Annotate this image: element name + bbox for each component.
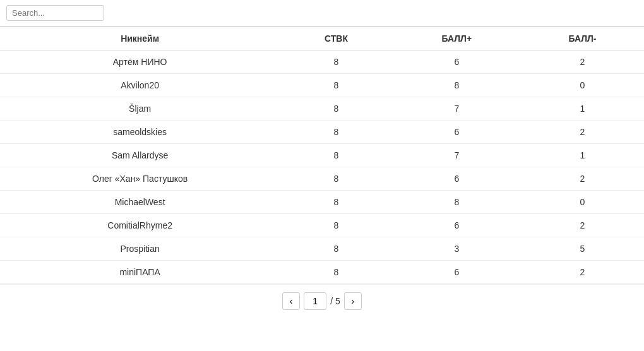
cell-plus: 6 (393, 214, 521, 237)
cell-nickname: Šljam (0, 97, 280, 121)
cell-plus: 6 (393, 261, 521, 284)
cell-nickname: Sam Allardyse (0, 144, 280, 167)
cell-minus: 0 (521, 74, 644, 97)
table-row: sameoldskies862 (0, 121, 644, 144)
cell-plus: 8 (393, 191, 521, 214)
table-row: Артём НИНО862 (0, 51, 644, 74)
cell-nickname: Akvilon20 (0, 74, 280, 97)
cell-stvk: 8 (280, 121, 392, 144)
col-nickname: Никнейм (0, 27, 280, 51)
cell-nickname: Артём НИНО (0, 51, 280, 74)
cell-minus: 2 (521, 167, 644, 191)
total-pages-label: / 5 (330, 296, 340, 306)
cell-plus: 3 (393, 237, 521, 261)
cell-plus: 6 (393, 51, 521, 74)
cell-nickname: Олег «Хан» Пастушков (0, 167, 280, 191)
cell-nickname: sameoldskies (0, 121, 280, 144)
table-row: Akvilon20880 (0, 74, 644, 97)
cell-minus: 0 (521, 191, 644, 214)
table-row: Šljam871 (0, 97, 644, 121)
next-page-button[interactable]: › (344, 292, 362, 310)
cell-plus: 8 (393, 74, 521, 97)
cell-stvk: 8 (280, 144, 392, 167)
cell-plus: 7 (393, 97, 521, 121)
col-minus: БАЛЛ- (521, 27, 644, 51)
table-row: MichaelWest880 (0, 191, 644, 214)
leaderboard-table: Никнейм СТВК БАЛЛ+ БАЛЛ- Артём НИНО862Ak… (0, 27, 644, 284)
search-input[interactable] (6, 5, 104, 21)
table-row: Олег «Хан» Пастушков862 (0, 167, 644, 191)
cell-minus: 2 (521, 51, 644, 74)
page-number-input[interactable] (304, 292, 326, 310)
cell-nickname: Prospitian (0, 237, 280, 261)
col-stvk: СТВК (280, 27, 392, 51)
cell-stvk: 8 (280, 74, 392, 97)
cell-minus: 2 (521, 261, 644, 284)
cell-minus: 2 (521, 121, 644, 144)
cell-nickname: ComitialRhyme2 (0, 214, 280, 237)
cell-minus: 5 (521, 237, 644, 261)
cell-plus: 7 (393, 144, 521, 167)
cell-minus: 1 (521, 97, 644, 121)
cell-stvk: 8 (280, 167, 392, 191)
table-row: Prospitian835 (0, 237, 644, 261)
table-row: ComitialRhyme2862 (0, 214, 644, 237)
table-row: Sam Allardyse871 (0, 144, 644, 167)
table-header-row: Никнейм СТВК БАЛЛ+ БАЛЛ- (0, 27, 644, 51)
cell-plus: 6 (393, 167, 521, 191)
table-row: miniПАПА862 (0, 261, 644, 284)
cell-nickname: miniПАПА (0, 261, 280, 284)
cell-stvk: 8 (280, 214, 392, 237)
pagination-bar: ‹ / 5 › (0, 284, 644, 318)
search-bar (0, 0, 644, 27)
cell-plus: 6 (393, 121, 521, 144)
cell-stvk: 8 (280, 51, 392, 74)
cell-stvk: 8 (280, 261, 392, 284)
prev-page-button[interactable]: ‹ (282, 292, 300, 310)
cell-nickname: MichaelWest (0, 191, 280, 214)
cell-minus: 2 (521, 214, 644, 237)
cell-minus: 1 (521, 144, 644, 167)
cell-stvk: 8 (280, 97, 392, 121)
cell-stvk: 8 (280, 237, 392, 261)
col-plus: БАЛЛ+ (393, 27, 521, 51)
cell-stvk: 8 (280, 191, 392, 214)
